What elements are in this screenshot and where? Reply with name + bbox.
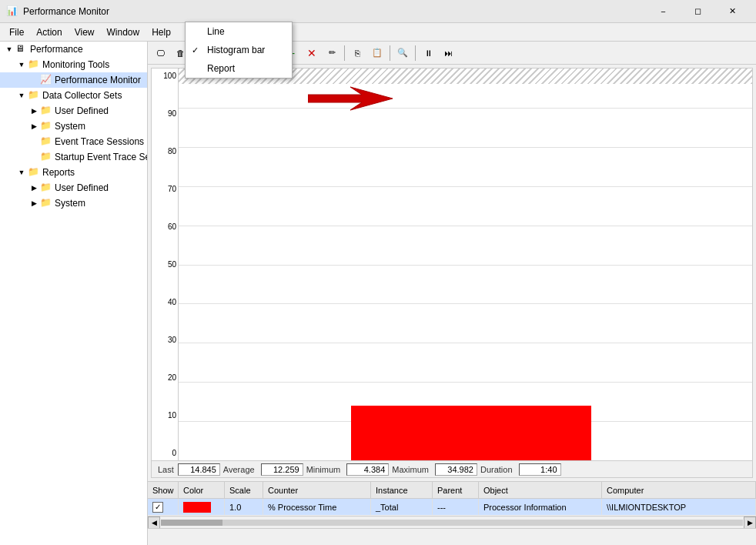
view-dropdown-menu: Line ✓ Histogram bar Report	[185, 42, 293, 79]
th-scale: Scale	[225, 482, 263, 498]
sidebar-item-monitoring-tools[interactable]: ▼ 📁 Monitoring Tools	[0, 57, 147, 72]
yaxis-label-10: 10	[153, 411, 176, 420]
sidebar-item-startup-event[interactable]: 📁 Startup Event Trace Sess...	[0, 149, 147, 165]
horizontal-scrollbar[interactable]: ◀ ▶	[148, 516, 756, 528]
yaxis-label-40: 40	[153, 298, 176, 306]
scroll-thumb[interactable]	[161, 520, 222, 526]
sidebar-label-system: System	[55, 121, 85, 132]
yaxis-label-70: 70	[153, 185, 176, 193]
sidebar-item-user-defined[interactable]: ▶ 📁 User Defined	[0, 103, 147, 119]
dropdown-item-report[interactable]: Report	[186, 59, 292, 78]
menu-view[interactable]: View	[69, 25, 101, 39]
expand-reports-system[interactable]: ▶	[28, 197, 40, 209]
sidebar-label-data-collector: Data Collector Sets	[42, 90, 122, 101]
sidebar-item-event-trace[interactable]: 📁 Event Trace Sessions	[0, 134, 147, 149]
main-layout: ▼ 🖥 Performance ▼ 📁 Monitoring Tools 📈 P…	[0, 42, 756, 545]
sidebar-item-performance[interactable]: ▼ 🖥 Performance	[0, 42, 147, 57]
expand-monitoring-tools[interactable]: ▼	[15, 59, 28, 71]
th-object: Object	[479, 482, 602, 498]
last-label: Last	[158, 465, 174, 474]
th-color: Color	[179, 482, 225, 498]
counter-table: Show Color Scale Counter Instance Parent…	[148, 481, 756, 516]
data-collector-icon: 📁	[28, 89, 40, 102]
maximum-label: Maximum	[392, 465, 429, 474]
histogram-bar	[351, 406, 592, 460]
sidebar-label-performance: Performance	[30, 44, 83, 55]
toolbar-separator-2	[344, 45, 345, 61]
sidebar-item-reports-system[interactable]: ▶ 📁 System	[0, 196, 147, 211]
sidebar-item-system[interactable]: ▶ 📁 System	[0, 119, 147, 134]
expand-reports-user-defined[interactable]: ▶	[28, 182, 40, 194]
toolbar-paste[interactable]: 📋	[368, 44, 386, 62]
minimum-value: 4.384	[346, 463, 389, 476]
show-checkbox[interactable]: ✓	[152, 502, 163, 513]
sidebar-item-data-collector-sets[interactable]: ▼ 📁 Data Collector Sets	[0, 88, 147, 103]
th-computer: Computer	[602, 482, 756, 498]
minimum-label: Minimum	[306, 465, 341, 474]
check-histogram: ✓	[192, 45, 199, 55]
expand-system[interactable]: ▶	[28, 120, 40, 132]
th-counter: Counter	[263, 482, 371, 498]
toolbar-separator-4	[415, 45, 416, 61]
toolbar-zoom[interactable]: 🔍	[393, 44, 412, 62]
system-icon: 📁	[40, 120, 52, 132]
td-counter: % Processor Time	[263, 499, 371, 515]
menu-file[interactable]: File	[3, 25, 30, 39]
scroll-right-button[interactable]: ▶	[744, 517, 756, 529]
grid-line-40	[179, 303, 752, 304]
grid-line-30	[179, 343, 752, 343]
restore-button[interactable]: ◻	[681, 0, 715, 23]
color-swatch	[183, 502, 211, 513]
event-trace-icon: 📁	[40, 135, 52, 148]
scroll-left-button[interactable]: ◀	[148, 517, 160, 529]
dropdown-item-histogram[interactable]: ✓ Histogram bar	[186, 42, 292, 59]
status-bar	[148, 528, 756, 545]
toolbar-delete[interactable]: ✕	[303, 44, 321, 62]
td-parent: ---	[433, 499, 479, 515]
expand-user-defined[interactable]: ▶	[28, 105, 40, 117]
toolbar-step[interactable]: ⏭	[439, 44, 457, 62]
toolbar-properties[interactable]: ✏	[323, 44, 341, 62]
th-show: Show	[148, 482, 179, 498]
grid-line-90	[179, 108, 752, 109]
toolbar-new-counter[interactable]: 🖵	[151, 44, 169, 62]
expand-reports[interactable]: ▼	[15, 166, 28, 179]
toolbar-copy[interactable]: ⎘	[348, 44, 366, 62]
menu-window[interactable]: Window	[101, 25, 146, 39]
sidebar-label-monitoring-tools: Monitoring Tools	[42, 59, 109, 70]
last-value: 14.845	[178, 463, 220, 476]
sidebar-item-reports[interactable]: ▼ 📁 Reports	[0, 165, 147, 180]
yaxis-label-30: 30	[153, 336, 176, 344]
sidebar: ▼ 🖥 Performance ▼ 📁 Monitoring Tools 📈 P…	[0, 42, 148, 545]
toolbar-pause[interactable]: ⏸	[419, 44, 437, 62]
window-controls: − ◻ ✕	[646, 0, 750, 23]
yaxis-label-50: 50	[153, 260, 176, 269]
toolbar-separator-3	[390, 45, 390, 61]
window-title: Performance Monitor	[23, 6, 646, 17]
chart-plot	[179, 69, 752, 460]
average-label: Average	[223, 465, 255, 474]
stats-bar: Last 14.845 Average 12.259 Minimum 4.384…	[152, 460, 752, 477]
td-instance: _Total	[371, 499, 433, 515]
menu-help[interactable]: Help	[146, 25, 177, 39]
perf-monitor-icon: 📈	[40, 74, 52, 86]
close-button[interactable]: ✕	[715, 0, 750, 23]
sidebar-item-reports-user-defined[interactable]: ▶ 📁 User Defined	[0, 180, 147, 196]
minimize-button[interactable]: −	[646, 0, 681, 23]
table-row[interactable]: ✓ 1.0 % Processor Time _Total --- Proces…	[148, 499, 756, 516]
chart-main: 100 90 80 70 60 50 40 30 20 10 0	[152, 69, 752, 460]
table-header: Show Color Scale Counter Instance Parent…	[148, 482, 756, 499]
sidebar-label-reports: Reports	[42, 167, 75, 178]
td-scale: 1.0	[225, 499, 263, 515]
sidebar-label-performance-monitor: Performance Monitor	[55, 75, 141, 85]
performance-icon: 🖥	[15, 43, 28, 55]
sidebar-label-event-trace: Event Trace Sessions	[55, 136, 144, 147]
scroll-track[interactable]	[161, 520, 743, 526]
reports-system-icon: 📁	[40, 197, 52, 209]
sidebar-item-performance-monitor[interactable]: 📈 Performance Monitor	[0, 72, 147, 88]
expand-performance[interactable]: ▼	[3, 43, 15, 55]
expand-data-collector[interactable]: ▼	[15, 89, 28, 102]
menu-action[interactable]: Action	[30, 25, 68, 39]
yaxis-label-20: 20	[153, 373, 176, 382]
td-show: ✓	[148, 499, 179, 515]
